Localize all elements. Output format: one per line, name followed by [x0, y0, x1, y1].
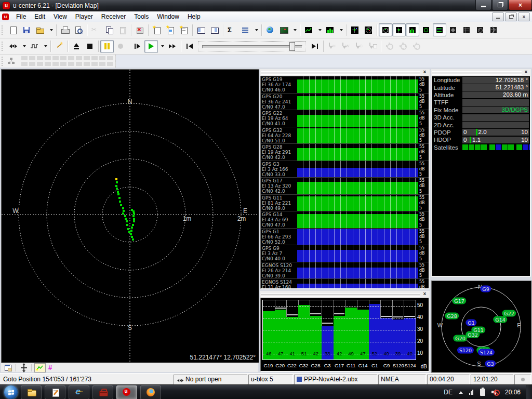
record-button[interactable]	[114, 40, 127, 53]
gear-button[interactable]	[396, 40, 410, 53]
eject-button[interactable]	[70, 40, 83, 53]
tsnow-button[interactable]	[487, 23, 500, 36]
start-button[interactable]	[4, 385, 18, 399]
docstar2-button[interactable]: ★	[164, 23, 177, 36]
taskbar-app-ucenter[interactable]: u	[116, 385, 137, 399]
child-window-icon[interactable]: u	[2, 14, 9, 20]
props-button[interactable]	[2, 363, 14, 373]
gridmag-button[interactable]: #	[47, 363, 58, 373]
map-button[interactable]	[277, 23, 290, 36]
open-button[interactable]	[33, 23, 47, 36]
cut-button[interactable]: ✂	[89, 23, 102, 36]
paste-button[interactable]	[116, 23, 129, 36]
taskbar-app-wordpad[interactable]	[45, 385, 65, 399]
mdi-minimize-button[interactable]	[492, 12, 504, 21]
copy-button[interactable]	[102, 23, 116, 36]
step-button[interactable]	[131, 40, 144, 53]
tcompass-button[interactable]	[446, 23, 460, 36]
skipend-button[interactable]	[308, 40, 322, 53]
tray-expand-icon[interactable]	[459, 391, 463, 394]
taskbar-app-explorer[interactable]	[21, 385, 42, 399]
menu-player[interactable]: Player	[71, 12, 97, 21]
splitv-button[interactable]	[208, 23, 221, 36]
thist-button[interactable]	[406, 23, 419, 36]
tc-button[interactable]: C	[352, 40, 366, 53]
close-panel-icon[interactable]: ×	[421, 291, 428, 297]
earth-button[interactable]	[263, 23, 277, 36]
panel-gripper[interactable]	[261, 292, 420, 297]
skipstart-button[interactable]	[183, 40, 196, 53]
dropdown-arrow-button[interactable]	[47, 23, 55, 36]
twatch-button[interactable]	[419, 23, 433, 36]
devmapic-button[interactable]	[348, 23, 362, 36]
gear-button[interactable]	[383, 40, 396, 53]
play-button[interactable]	[144, 40, 158, 53]
menu-view[interactable]: View	[49, 12, 71, 21]
chartline-button[interactable]	[302, 23, 315, 36]
menu-file[interactable]: File	[12, 12, 30, 21]
playback-slider[interactable]	[198, 41, 306, 51]
new-button[interactable]	[6, 23, 20, 36]
tgrid-button[interactable]	[460, 23, 473, 36]
minimize-button[interactable]	[475, 0, 491, 10]
menu-window[interactable]: Window	[153, 12, 183, 21]
menu-help[interactable]: Help	[183, 12, 205, 21]
splith-button[interactable]	[194, 23, 208, 36]
panel-gripper[interactable]	[432, 70, 522, 75]
dropdown-arrow-button[interactable]	[41, 40, 49, 53]
pan-button[interactable]	[18, 363, 30, 373]
menu-receiver[interactable]: Receiver	[97, 12, 130, 21]
close-panel-icon[interactable]: ×	[523, 69, 529, 75]
taskbar-clock[interactable]: 20:06	[505, 389, 521, 396]
taskbar-app-firefox[interactable]	[140, 385, 161, 399]
taskbar-app-ie[interactable]: e	[69, 385, 89, 399]
dropdown-arrow-button[interactable]	[20, 40, 28, 53]
th-button[interactable]: H	[325, 40, 339, 53]
network-icon[interactable]	[469, 390, 474, 395]
menu-tools[interactable]: Tools	[130, 12, 153, 21]
taskbar-app-toolbox[interactable]	[92, 385, 113, 399]
show-desktop-button[interactable]	[526, 385, 532, 399]
dbclear-button[interactable]: ×	[133, 23, 147, 36]
gear-button[interactable]	[410, 40, 423, 53]
panel-gripper[interactable]	[261, 70, 420, 75]
dropdown-arrow-button[interactable]	[252, 23, 260, 36]
dropdown-arrow-button[interactable]	[158, 40, 166, 53]
tskyview-button[interactable]	[379, 23, 392, 36]
list-button[interactable]	[238, 23, 252, 36]
language-indicator[interactable]: DE	[444, 389, 453, 396]
save-button[interactable]	[20, 23, 33, 36]
volume-muted-icon[interactable]	[491, 389, 499, 396]
ttext-button[interactable]	[433, 23, 446, 36]
tw-button[interactable]: W	[339, 40, 352, 53]
preview-button[interactable]	[72, 23, 85, 36]
mdi-restore-button[interactable]	[505, 12, 517, 21]
skyviewic-button[interactable]	[362, 23, 375, 36]
mdi-close-button[interactable]: ×	[518, 12, 530, 21]
dropdown-arrow-button[interactable]	[290, 23, 298, 36]
wand-button[interactable]: ★	[52, 40, 66, 53]
track-button[interactable]	[34, 363, 46, 373]
menu-edit[interactable]: Edit	[30, 12, 49, 21]
stop-button[interactable]	[83, 40, 97, 53]
tdevmap-button[interactable]	[392, 23, 406, 36]
docstar3-button[interactable]: ★	[177, 23, 191, 36]
restore-button[interactable]	[492, 0, 508, 10]
io-button[interactable]	[6, 40, 20, 53]
slider-track[interactable]	[202, 45, 302, 48]
docstar1-button[interactable]: ★	[150, 23, 164, 36]
wave-button[interactable]	[28, 40, 41, 53]
tclock-button[interactable]	[473, 23, 487, 36]
slider-thumb[interactable]	[289, 42, 295, 51]
print-button[interactable]	[58, 23, 72, 36]
close-button[interactable]: ×	[509, 0, 532, 10]
ff-button[interactable]	[166, 40, 179, 53]
tbox-button[interactable]	[366, 40, 379, 53]
message-tree-button[interactable]	[5, 55, 18, 68]
sigma-button[interactable]: Σ	[225, 23, 238, 36]
close-panel-icon[interactable]: ×	[421, 69, 428, 75]
chartbar-button[interactable]	[323, 23, 337, 36]
pause-button[interactable]	[100, 40, 114, 53]
battery-icon[interactable]	[480, 389, 485, 396]
dropdown-arrow-button[interactable]	[315, 23, 323, 36]
